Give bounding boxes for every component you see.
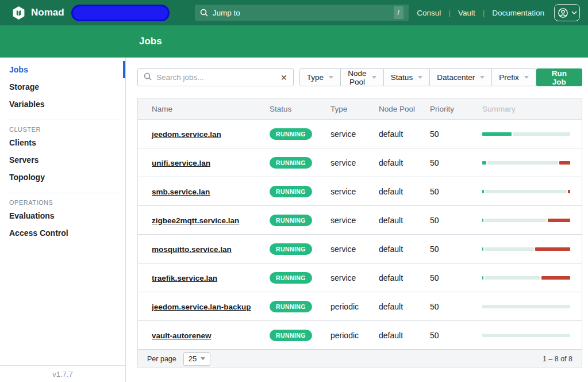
job-summary-bar: [482, 219, 570, 222]
run-job-button[interactable]: Run Job: [536, 68, 582, 86]
chevron-down-icon: [524, 76, 529, 79]
clear-search-icon[interactable]: ✕: [280, 74, 287, 82]
job-name-link[interactable]: jeedom.service.lan-backup: [152, 303, 251, 311]
job-node-pool-cell: default: [379, 187, 430, 196]
job-node-pool-cell: default: [379, 158, 430, 167]
job-summary-cell: [482, 276, 570, 280]
summary-segment-pale: [513, 132, 570, 136]
status-badge: RUNNING: [270, 128, 312, 140]
job-summary-bar: [482, 161, 570, 165]
column-header-type[interactable]: Type: [330, 105, 379, 113]
user-circle-icon: [558, 7, 568, 18]
job-name-link[interactable]: jeedom.service.lan: [152, 130, 221, 139]
job-summary-bar: [482, 190, 570, 193]
chevron-down-icon: [372, 76, 376, 79]
summary-segment-pale: [485, 219, 547, 222]
summary-segment-red: [559, 161, 570, 165]
job-name-link[interactable]: smb.service.lan: [152, 188, 210, 196]
table-header-row: NameStatusTypeNode PoolPrioritySummary: [138, 98, 582, 120]
job-priority-cell: 50: [430, 302, 482, 311]
per-page-select[interactable]: 25: [183, 352, 210, 366]
filter-dropdown-datacenter[interactable]: Datacenter: [430, 69, 492, 86]
filter-dropdown-node-pool[interactable]: Node Pool: [341, 69, 384, 86]
job-row: jeedom.service.lanRUNNINGservicedefault5…: [138, 120, 582, 148]
job-priority-cell: 50: [430, 245, 482, 254]
sidebar-item-jobs[interactable]: Jobs: [0, 61, 125, 78]
per-page-value: 25: [189, 354, 197, 363]
chevron-down-icon: [418, 76, 422, 79]
column-header-status[interactable]: Status: [270, 105, 330, 113]
job-status-cell: RUNNING: [270, 128, 330, 140]
brand[interactable]: Nomad: [11, 6, 64, 20]
job-row: vault-autorenewRUNNINGperiodicdefault50: [138, 321, 582, 350]
summary-segment-green: [482, 276, 483, 280]
job-status-cell: RUNNING: [270, 157, 330, 169]
sidebar-item-clients[interactable]: Clients: [0, 134, 125, 151]
job-name-link[interactable]: zigbee2mqtt.service.lan: [152, 216, 239, 225]
pagination-range: 1 – 8 of 8: [543, 355, 572, 363]
job-status-cell: RUNNING: [270, 272, 330, 284]
filter-dropdown-label: Datacenter: [437, 73, 475, 82]
sidebar-nav: JobsStorageVariablesCLUSTERClientsServer…: [0, 58, 125, 242]
brand-name: Nomad: [31, 7, 64, 18]
job-name-link[interactable]: vault-autorenew: [152, 331, 212, 340]
top-navbar: Nomad Jump to / Consul|Vault|Documentati…: [0, 0, 588, 25]
sidebar-item-access-control[interactable]: Access Control: [0, 224, 125, 242]
filter-dropdown-label: Status: [391, 73, 413, 82]
sidebar-section-label-cluster: CLUSTER: [0, 120, 125, 134]
sidebar-item-servers[interactable]: Servers: [0, 151, 125, 169]
search-icon: [200, 9, 208, 17]
nomad-logo-icon: [11, 6, 26, 20]
topnav-links: Consul|Vault|Documentation: [417, 9, 544, 17]
page-title: Jobs: [139, 36, 162, 47]
job-priority-cell: 50: [430, 129, 482, 139]
job-row: zigbee2mqtt.service.lanRUNNINGservicedef…: [138, 206, 582, 235]
job-row: jeedom.service.lan-backupRUNNINGperiodic…: [138, 292, 582, 321]
job-name-link[interactable]: traefik.service.lan: [152, 274, 217, 282]
summary-segment-green: [482, 190, 484, 193]
jump-to-search[interactable]: Jump to /: [195, 5, 409, 21]
job-node-pool-cell: default: [379, 302, 430, 311]
sidebar-item-storage[interactable]: Storage: [0, 78, 125, 96]
column-header-node-pool[interactable]: Node Pool: [379, 105, 430, 113]
search-box: ✕: [137, 68, 294, 86]
status-badge: RUNNING: [270, 157, 312, 169]
status-badge: RUNNING: [270, 301, 312, 312]
search-input[interactable]: [156, 73, 276, 82]
chevron-down-icon: [571, 11, 577, 14]
summary-segment-pale: [482, 305, 570, 308]
job-summary-bar: [482, 305, 570, 308]
filter-dropdown-type[interactable]: Type: [300, 69, 341, 86]
job-type-cell: service: [330, 129, 379, 139]
job-node-pool-cell: default: [379, 216, 430, 225]
job-name-cell: jeedom.service.lan: [152, 129, 270, 139]
job-type-cell: periodic: [330, 331, 379, 340]
region-pill-redacted[interactable]: [71, 5, 170, 21]
column-header-name[interactable]: Name: [152, 105, 270, 113]
column-header-priority[interactable]: Priority: [430, 105, 482, 113]
topnav-link-consul[interactable]: Consul: [417, 9, 441, 17]
filter-dropdown-label: Type: [307, 73, 324, 82]
page-header: Jobs: [0, 25, 588, 58]
job-name-link[interactable]: mosquitto.service.lan: [152, 245, 232, 254]
summary-segment-green: [482, 161, 486, 165]
job-priority-cell: 50: [430, 216, 482, 225]
sidebar-item-variables[interactable]: Variables: [0, 96, 125, 113]
job-status-cell: RUNNING: [270, 243, 330, 255]
job-name-link[interactable]: unifi.service.lan: [152, 159, 210, 167]
sidebar-item-evaluations[interactable]: Evaluations: [0, 207, 125, 224]
job-summary-cell: [482, 247, 570, 251]
sidebar-item-topology[interactable]: Topology: [0, 169, 125, 186]
status-badge: RUNNING: [270, 272, 312, 284]
filter-dropdown-prefix[interactable]: Prefix: [492, 69, 536, 86]
job-type-cell: service: [330, 245, 379, 254]
job-summary-cell: [482, 334, 570, 337]
filter-dropdown-status[interactable]: Status: [384, 69, 430, 86]
job-name-cell: smb.service.lan: [152, 187, 270, 196]
keyboard-shortcut-badge: /: [394, 6, 403, 19]
topnav-link-vault[interactable]: Vault: [458, 9, 475, 17]
topnav-link-documentation[interactable]: Documentation: [492, 9, 544, 17]
summary-segment-pale: [485, 190, 567, 193]
user-menu-button[interactable]: [554, 4, 580, 21]
link-separator: |: [448, 9, 451, 17]
